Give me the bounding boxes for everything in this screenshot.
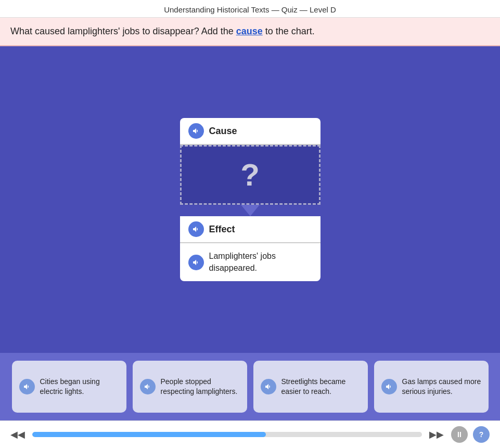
cause-label: Cause bbox=[209, 126, 237, 137]
effect-label: Effect bbox=[209, 224, 235, 235]
choice-card-2[interactable]: People stopped respecting lamplighters. bbox=[133, 361, 247, 413]
choice-1-text: Cities began using electric lights. bbox=[40, 377, 119, 397]
cause-speaker-button[interactable] bbox=[188, 123, 204, 139]
effect-box: Effect bbox=[180, 216, 320, 243]
bottom-right-controls: II ? bbox=[451, 426, 490, 443]
choice-card-3[interactable]: Streetlights became easier to reach. bbox=[253, 361, 368, 413]
choice-card-1[interactable]: Cities began using electric lights. bbox=[12, 361, 126, 413]
header-title: Understanding Historical Texts — Quiz — … bbox=[164, 5, 336, 14]
choices-row: Cities began using electric lights. Peop… bbox=[0, 353, 500, 420]
drop-zone-placeholder: ? bbox=[240, 157, 260, 193]
main-area: Cause ? Effect Lamplighters' jobs dis bbox=[0, 46, 500, 353]
progress-bar-fill bbox=[32, 432, 266, 437]
help-icon: ? bbox=[479, 430, 484, 439]
choice-2-speaker-button[interactable] bbox=[140, 379, 156, 394]
arrow-down-icon bbox=[241, 205, 260, 216]
result-text: Lamplighters' jobs disappeared. bbox=[209, 251, 312, 274]
cause-highlight: cause bbox=[236, 26, 263, 36]
pause-button[interactable]: II bbox=[451, 426, 468, 443]
progress-bar bbox=[32, 432, 422, 437]
question-text-before: What caused lamplighters' jobs to disapp… bbox=[10, 26, 236, 36]
choice-4-text: Gas lamps caused more serious injuries. bbox=[402, 377, 481, 397]
choice-3-text: Streetlights became easier to reach. bbox=[281, 377, 361, 397]
cause-box: Cause bbox=[180, 118, 320, 145]
help-button[interactable]: ? bbox=[473, 426, 490, 443]
skip-to-end-button[interactable]: ▶▶ bbox=[429, 429, 444, 440]
result-speaker-button[interactable] bbox=[188, 255, 204, 270]
choice-card-4[interactable]: Gas lamps caused more serious injuries. bbox=[374, 361, 489, 413]
pause-icon: II bbox=[457, 430, 461, 439]
choice-3-speaker-button[interactable] bbox=[261, 379, 276, 394]
effect-speaker-button[interactable] bbox=[188, 221, 204, 237]
drop-zone[interactable]: ? bbox=[180, 145, 320, 205]
question-text-after: to the chart. bbox=[263, 26, 315, 36]
skip-to-start-button[interactable]: ◀◀ bbox=[10, 429, 25, 440]
chart-container: Cause ? Effect Lamplighters' jobs dis bbox=[180, 118, 320, 281]
question-bar: What caused lamplighters' jobs to disapp… bbox=[0, 18, 500, 46]
result-box: Lamplighters' jobs disappeared. bbox=[180, 243, 320, 281]
choice-4-speaker-button[interactable] bbox=[381, 379, 397, 394]
choice-2-text: People stopped respecting lamplighters. bbox=[161, 377, 240, 397]
choice-1-speaker-button[interactable] bbox=[19, 379, 35, 394]
header: Understanding Historical Texts — Quiz — … bbox=[0, 0, 500, 18]
bottom-bar: ◀◀ ▶▶ II ? bbox=[0, 420, 500, 447]
